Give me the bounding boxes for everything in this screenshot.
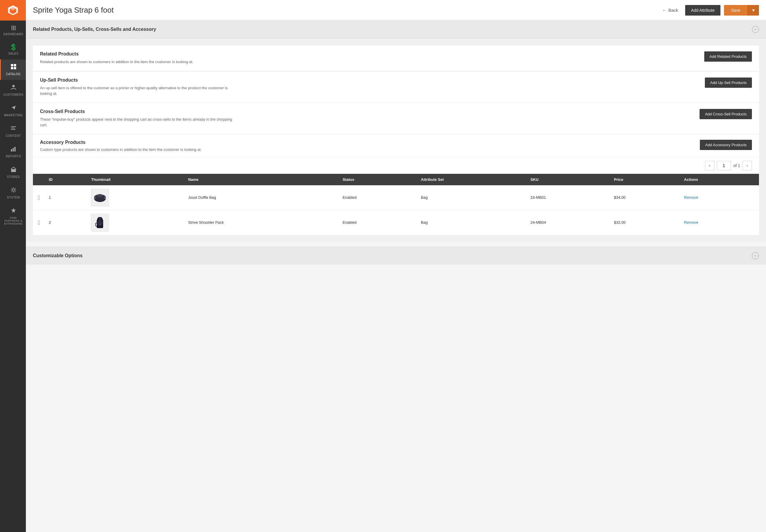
status-cell: Enabled <box>338 210 416 235</box>
customizable-options-toggle[interactable]: − <box>752 252 759 259</box>
page-title: Sprite Yoga Strap 6 foot <box>33 6 114 15</box>
reports-icon <box>10 146 17 153</box>
save-dropdown-button[interactable]: ▼ <box>747 5 759 16</box>
catalog-icon <box>10 63 17 71</box>
sidebar-item-reports[interactable]: REPORTS <box>0 142 26 162</box>
attribute-set-cell: Bag <box>417 210 526 235</box>
section-title: Related Products, Up-Sells, Cross-Sells … <box>33 27 156 32</box>
sidebar-item-catalog[interactable]: CATALOG <box>0 59 26 80</box>
table-col-actions: Actions <box>680 174 759 185</box>
crosssell-products-info: Cross-Sell Products These "impulse-buy" … <box>40 109 240 128</box>
sidebar-item-system[interactable]: SYSTEM <box>0 183 26 203</box>
prev-page-button[interactable]: ‹ <box>705 161 715 170</box>
svg-rect-0 <box>11 64 13 66</box>
collapse-icon: − <box>754 27 757 32</box>
svg-point-21 <box>99 224 101 225</box>
sidebar-item-find-partners[interactable]: FIND PARTNERS & EXTENSIONS <box>0 203 26 229</box>
sidebar-item-label: MARKETING <box>4 114 23 117</box>
remove-link[interactable]: Remove <box>684 220 698 225</box>
find-partners-icon <box>10 207 17 215</box>
duffle-bag-image <box>92 190 108 206</box>
next-icon: › <box>747 163 748 168</box>
sidebar-item-customers[interactable]: CUSTOMERS <box>0 80 26 100</box>
svg-rect-8 <box>11 149 12 151</box>
table-col-price: Price <box>610 174 680 185</box>
related-products-title: Related Products <box>40 51 194 57</box>
page-header: Sprite Yoga Strap 6 foot ← Back Add Attr… <box>26 0 766 21</box>
crosssell-products-description: These "impulse-buy" products appear next… <box>40 117 240 128</box>
logo[interactable] <box>0 0 26 21</box>
remove-link[interactable]: Remove <box>684 195 698 200</box>
table-row: ⣿ 2 <box>33 210 759 235</box>
upsell-products-header: Up-Sell Products An up-sell item is offe… <box>40 78 752 97</box>
svg-rect-7 <box>11 129 16 130</box>
sidebar-item-label: FIND PARTNERS & EXTENSIONS <box>2 216 25 225</box>
svg-rect-18 <box>94 197 96 199</box>
sidebar-item-sales[interactable]: 💲 SALES <box>0 40 26 59</box>
next-page-button[interactable]: › <box>743 161 752 170</box>
related-products-section-header[interactable]: Related Products, Up-Sells, Cross-Sells … <box>26 21 766 38</box>
svg-rect-3 <box>14 67 16 69</box>
sidebar-item-label: DASHBOARD <box>4 33 23 36</box>
accessory-products-header: Accessory Products Custom type products … <box>33 134 759 157</box>
svg-point-4 <box>12 85 15 87</box>
svg-rect-5 <box>11 126 16 127</box>
status-badge: Enabled <box>342 195 357 200</box>
drag-cell: ⣿ <box>33 210 45 235</box>
table-header-row: ID Thumbnail Name Status <box>33 174 759 185</box>
customizable-options-header[interactable]: Customizable Options − <box>26 247 766 265</box>
product-thumbnail-1 <box>91 189 109 206</box>
add-related-products-button[interactable]: Add Related Products <box>704 51 752 62</box>
sidebar-item-label: REPORTS <box>6 155 21 158</box>
back-button[interactable]: ← Back <box>659 5 682 15</box>
accessory-products-title: Accessory Products <box>40 140 202 145</box>
save-button[interactable]: Save <box>724 5 747 16</box>
svg-point-12 <box>12 189 15 191</box>
svg-point-17 <box>97 194 103 197</box>
customizable-options-section: Customizable Options − <box>26 247 766 265</box>
upsell-products-description: An up-sell item is offered to the custom… <box>40 85 240 97</box>
section-toggle-icon[interactable]: − <box>752 26 759 33</box>
collapse-icon: − <box>754 253 757 258</box>
svg-rect-9 <box>13 148 14 151</box>
table-col-sku: SKU <box>526 174 610 185</box>
add-upsell-products-button[interactable]: Add Up-Sell Products <box>705 78 752 88</box>
svg-rect-6 <box>11 128 15 128</box>
sidebar-item-dashboard[interactable]: ⊞ DASHBOARD <box>0 21 26 40</box>
page-content: Related Products, Up-Sells, Cross-Sells … <box>26 21 766 532</box>
crosssell-products-header: Cross-Sell Products These "impulse-buy" … <box>40 109 752 128</box>
sidebar-item-content[interactable]: CONTENT <box>0 121 26 142</box>
header-actions: ← Back Add Attribute Save ▼ <box>659 5 759 16</box>
sidebar-item-stores[interactable]: STORES <box>0 162 26 183</box>
svg-rect-1 <box>14 64 16 66</box>
table-col-id: ID <box>45 174 87 185</box>
table-col-name: Name <box>184 174 339 185</box>
name-cell: Joust Duffle Bag <box>184 185 339 210</box>
accessory-products-section: Accessory Products Custom type products … <box>33 134 759 235</box>
id-cell: 1 <box>45 185 87 210</box>
drag-handle-icon[interactable]: ⣿ <box>37 195 41 200</box>
name-cell: Strive Shoulder Pack <box>184 210 339 235</box>
customers-icon <box>10 84 17 92</box>
related-products-header: Related Products Related products are sh… <box>40 51 752 65</box>
section-body: Related Products Related products are sh… <box>26 38 766 242</box>
sidebar-item-label: SYSTEM <box>7 196 20 199</box>
sidebar-item-label: CATALOG <box>6 73 21 76</box>
status-cell: Enabled <box>338 185 416 210</box>
crosssell-products-subsection: Cross-Sell Products These "impulse-buy" … <box>33 103 759 134</box>
page-number-input[interactable] <box>717 161 731 170</box>
price-cell: $32.00 <box>610 210 680 235</box>
dashboard-icon: ⊞ <box>11 25 16 31</box>
add-accessory-products-button[interactable]: Add Accessory Products <box>700 140 752 150</box>
chevron-down-icon: ▼ <box>751 8 755 13</box>
add-attribute-button[interactable]: Add Attribute <box>685 5 720 16</box>
svg-rect-11 <box>11 169 16 172</box>
accessory-products-table: ID Thumbnail Name Status <box>33 174 759 235</box>
table-col-thumbnail: Thumbnail <box>87 174 184 185</box>
sidebar-item-label: SALES <box>8 52 19 55</box>
sidebar-item-marketing[interactable]: MARKETING <box>0 100 26 121</box>
back-arrow-icon: ← <box>662 8 667 13</box>
add-crosssell-products-button[interactable]: Add Cross-Sell Products <box>700 109 752 119</box>
related-products-info: Related Products Related products are sh… <box>40 51 194 65</box>
drag-handle-icon[interactable]: ⣿ <box>37 220 41 225</box>
